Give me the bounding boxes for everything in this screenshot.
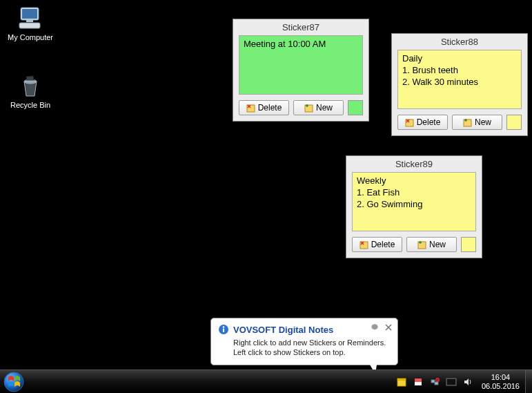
sticker-window[interactable]: Sticker88Daily 1. Brush teeth 2. Walk 30… — [391, 33, 528, 136]
new-button[interactable]: New — [452, 115, 502, 130]
svg-rect-18 — [431, 380, 435, 383]
sticker-text[interactable]: Daily 1. Brush teeth 2. Walk 30 minutes — [397, 50, 522, 109]
svg-point-12 — [223, 326, 225, 328]
tray-balloon: VOVSOFT Digital Notes Right click to add… — [210, 318, 398, 365]
svg-rect-13 — [223, 329, 224, 333]
new-note-icon — [417, 240, 426, 249]
new-note-icon — [304, 104, 313, 113]
sticker-window[interactable]: Sticker89Weekly 1. Eat Fish 2. Go Swimmi… — [346, 155, 482, 258]
taskbar: 16:04 06.05.2016 — [0, 370, 532, 393]
balloon-title: VOVSOFT Digital Notes — [233, 325, 333, 335]
desktop-icon-label: My Computer — [3, 33, 58, 41]
info-icon — [218, 324, 229, 335]
sticker-title[interactable]: Sticker89 — [346, 156, 482, 172]
system-tray — [393, 376, 476, 387]
taskbar-clock[interactable]: 16:04 06.05.2016 — [476, 373, 525, 390]
svg-point-14 — [4, 372, 23, 392]
sticker-title[interactable]: Sticker88 — [392, 34, 527, 50]
sticker-window[interactable]: Sticker87Meeting at 10:00 AMDeleteNew — [233, 19, 369, 122]
clock-date: 06.05.2016 — [482, 382, 520, 390]
color-swatch[interactable] — [348, 100, 363, 115]
delete-button[interactable]: Delete — [239, 100, 289, 115]
tray-flag-icon[interactable] — [413, 376, 424, 387]
delete-note-icon — [405, 118, 414, 127]
delete-button[interactable]: Delete — [397, 115, 448, 130]
balloon-options-icon[interactable] — [370, 323, 380, 332]
svg-rect-19 — [435, 382, 438, 385]
sticker-text[interactable]: Weekly 1. Eat Fish 2. Go Swimming — [352, 172, 476, 231]
monitor-icon — [17, 4, 44, 32]
color-swatch[interactable] — [506, 115, 522, 130]
svg-line-21 — [436, 378, 438, 381]
svg-rect-23 — [447, 379, 455, 385]
show-desktop-button[interactable] — [525, 370, 532, 394]
svg-rect-3 — [19, 23, 40, 28]
svg-rect-2 — [26, 20, 33, 22]
delete-button[interactable]: Delete — [352, 237, 402, 252]
new-button[interactable]: New — [406, 237, 457, 252]
clock-time: 16:04 — [482, 373, 520, 381]
sticker-title[interactable]: Sticker87 — [233, 19, 368, 35]
desktop-icon-my-computer[interactable]: My Computer — [3, 4, 58, 41]
tray-volume-icon[interactable] — [462, 376, 473, 387]
svg-rect-1 — [22, 9, 37, 19]
new-button[interactable]: New — [293, 100, 344, 115]
tray-app-icon[interactable] — [396, 376, 407, 387]
balloon-text-line: Right click to add new Stickers or Remin… — [233, 338, 391, 347]
delete-note-icon — [359, 240, 368, 249]
balloon-text-line: Left click to show Stickers on top. — [233, 347, 391, 357]
balloon-close-icon[interactable] — [384, 323, 393, 332]
svg-rect-16 — [397, 378, 406, 381]
tray-network-icon[interactable] — [429, 376, 440, 387]
desktop-icon-recycle-bin[interactable]: Recycle Bin — [3, 72, 58, 109]
color-swatch[interactable] — [461, 237, 476, 252]
desktop-icon-label: Recycle Bin — [3, 101, 58, 109]
new-note-icon — [463, 118, 472, 127]
start-button[interactable] — [0, 370, 28, 394]
delete-note-icon — [246, 104, 255, 113]
tray-lang-icon[interactable] — [446, 376, 457, 387]
recycle-bin-icon — [17, 72, 44, 99]
sticker-text[interactable]: Meeting at 10:00 AM — [239, 35, 363, 95]
